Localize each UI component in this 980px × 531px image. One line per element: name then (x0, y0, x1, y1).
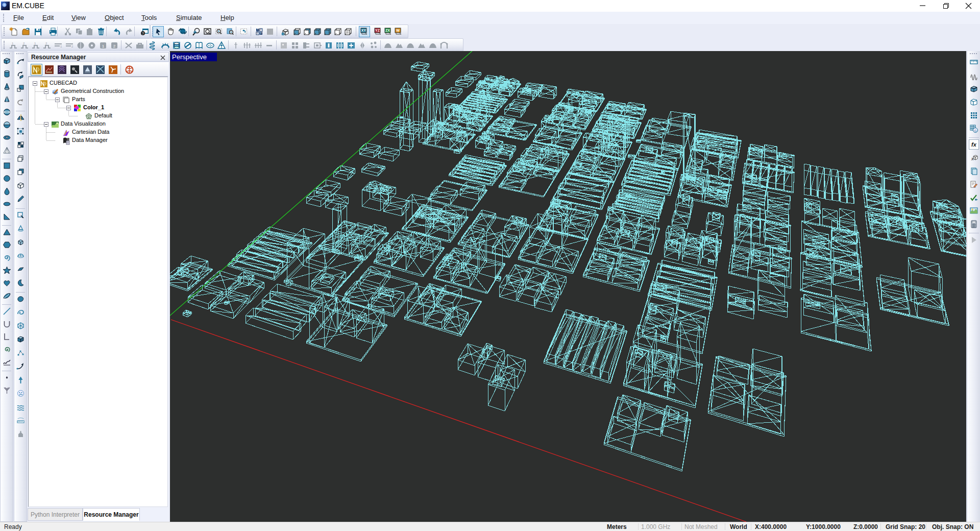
svg-text:1: 1 (12, 42, 14, 45)
svg-text:W: W (396, 29, 400, 32)
svg-text:F: F (257, 32, 258, 35)
svg-text:?: ? (142, 32, 144, 35)
svg-text:2: 2 (23, 42, 25, 45)
svg-text:XY: XY (361, 29, 366, 32)
svg-text:YZ: YZ (375, 29, 380, 32)
svg-text:2: 2 (71, 45, 74, 48)
svg-text:2: 2 (45, 42, 47, 45)
svg-text:G: G (974, 129, 977, 132)
svg-text:2: 2 (113, 44, 116, 49)
svg-text:1: 1 (60, 45, 62, 48)
svg-text:fx: fx (971, 141, 977, 148)
svg-text:F: F (260, 29, 262, 31)
svg-text:F: F (260, 32, 262, 35)
svg-text:ZX: ZX (385, 29, 390, 32)
svg-text:T: T (257, 29, 258, 31)
svg-text:1: 1 (102, 44, 105, 49)
svg-text:1: 1 (34, 42, 36, 45)
